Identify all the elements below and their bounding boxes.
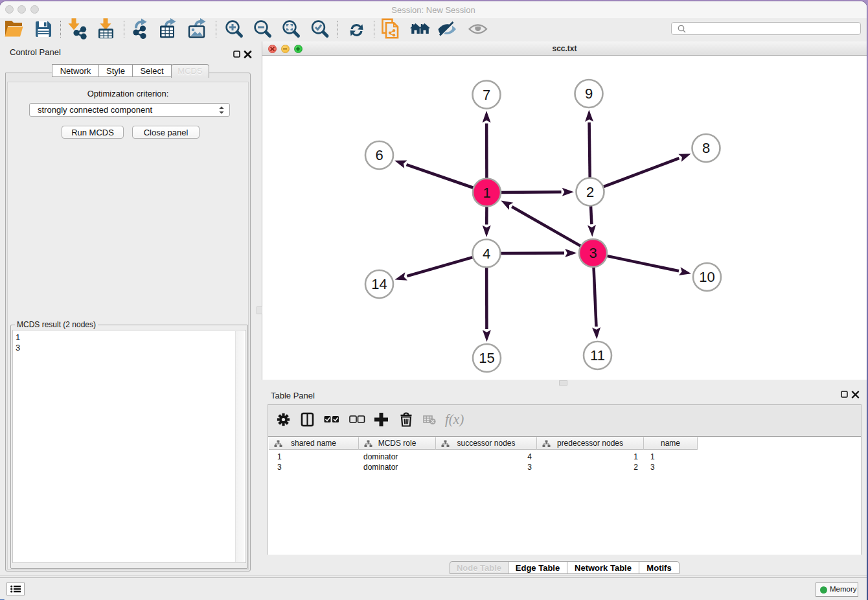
svg-text:f(x): f(x): [445, 411, 464, 427]
svg-text:6: 6: [375, 147, 383, 163]
svg-text:11: 11: [590, 347, 605, 363]
svg-text:15: 15: [479, 350, 494, 366]
svg-text:10: 10: [699, 269, 714, 285]
svg-text:7: 7: [483, 87, 490, 103]
svg-text:2: 2: [586, 184, 594, 200]
svg-text:3: 3: [589, 245, 597, 261]
svg-text:4: 4: [483, 246, 490, 262]
svg-text:9: 9: [585, 86, 593, 102]
svg-text:8: 8: [702, 140, 710, 156]
svg-text:1: 1: [483, 185, 490, 201]
svg-text:14: 14: [371, 276, 387, 292]
